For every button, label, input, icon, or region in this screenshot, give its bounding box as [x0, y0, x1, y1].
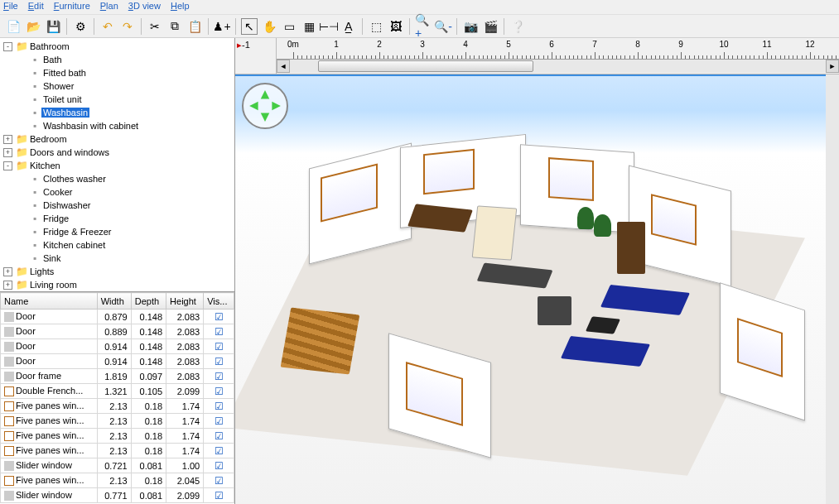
visibility-checkbox[interactable]: ☑	[215, 445, 224, 457]
column-header[interactable]: Depth	[131, 293, 166, 310]
select-tool-icon[interactable]: ↖	[241, 18, 258, 35]
table-row[interactable]: Five panes win...2.130.181.74☑	[1, 444, 234, 458]
visibility-checkbox[interactable]: ☑	[215, 326, 224, 338]
text-tool-icon[interactable]: A̲	[340, 18, 357, 35]
redo-icon[interactable]: ↷	[119, 18, 136, 35]
vertical-scrollbar[interactable]	[826, 74, 839, 504]
visibility-checkbox[interactable]: ☑	[215, 415, 224, 427]
scroll-right-icon[interactable]: ►	[826, 60, 839, 73]
tree-label: Kitchen	[28, 161, 62, 170]
room-tool-icon[interactable]: ▦	[301, 18, 317, 35]
visibility-checkbox[interactable]: ☑	[215, 475, 224, 487]
video-icon[interactable]: 🎬	[482, 18, 499, 35]
import-bg-icon[interactable]: 🖼	[388, 18, 404, 35]
zoom-out-icon[interactable]: 🔍-	[435, 18, 451, 35]
visibility-checkbox[interactable]: ☑	[215, 401, 224, 412]
object-icon: ▪	[28, 67, 41, 79]
table-row[interactable]: Five panes win...2.130.181.74☑	[1, 429, 234, 444]
tree-item[interactable]: ▪Sink	[2, 252, 233, 265]
plan-3d-icon[interactable]: ⬚	[368, 18, 384, 35]
visibility-checkbox[interactable]: ☑	[215, 490, 224, 502]
table-row[interactable]: Double French...1.3210.1052.099☑	[1, 384, 234, 399]
table-row[interactable]: Door frame1.8190.0972.083☑	[1, 369, 234, 384]
tree-item[interactable]: ▪Washbasin with cabinet	[2, 119, 233, 132]
undo-icon[interactable]: ↶	[99, 18, 116, 35]
view-rotate-compass[interactable]	[242, 83, 288, 129]
tree-item[interactable]: ▪Shower	[2, 79, 233, 93]
open-file-icon[interactable]: 📂	[25, 18, 41, 35]
object-icon: ▪	[28, 173, 41, 185]
visibility-checkbox[interactable]: ☑	[215, 371, 224, 382]
table-row[interactable]: Door0.9140.1482.083☑	[1, 354, 234, 369]
tree-item[interactable]: ▪Bath	[2, 53, 233, 66]
tree-item[interactable]: ▪Fridge	[2, 212, 233, 225]
copy-icon[interactable]: ⧉	[166, 18, 183, 35]
column-header[interactable]: Vis...	[204, 293, 234, 310]
help-icon[interactable]: ❔	[509, 18, 526, 35]
paste-icon[interactable]: 📋	[186, 18, 203, 35]
expand-icon[interactable]: +	[3, 267, 12, 276]
camera-icon[interactable]: 📷	[462, 18, 479, 35]
menu-3d-view[interactable]: 3D view	[128, 1, 161, 13]
visibility-checkbox[interactable]: ☑	[215, 356, 224, 367]
table-row[interactable]: Door0.8890.1482.083☑	[1, 324, 234, 339]
save-file-icon[interactable]: 💾	[45, 18, 61, 35]
scroll-left-icon[interactable]: ◄	[277, 60, 290, 73]
add-furniture-icon[interactable]: ♟+	[214, 18, 230, 35]
pan-tool-icon[interactable]: ✋	[261, 18, 277, 35]
tree-item[interactable]: -📁Bathroom	[2, 40, 233, 53]
preferences-icon[interactable]: ⚙	[72, 18, 89, 35]
tree-item[interactable]: ▪Cooker	[2, 185, 233, 199]
tree-item[interactable]: ▪Toilet unit	[2, 93, 233, 106]
tree-item[interactable]: ▪Kitchen cabinet	[2, 238, 233, 252]
tree-item[interactable]: ▪Fridge & Freezer	[2, 225, 233, 238]
visibility-checkbox[interactable]: ☑	[215, 460, 224, 472]
tree-item[interactable]: ▪Clothes washer	[2, 172, 233, 185]
tree-label: Washbasin	[41, 108, 89, 118]
visibility-checkbox[interactable]: ☑	[215, 386, 224, 397]
expand-icon[interactable]: +	[3, 281, 12, 290]
collapse-icon[interactable]: -	[3, 161, 12, 170]
menu-file[interactable]: File	[3, 1, 18, 13]
menu-plan[interactable]: Plan	[100, 1, 118, 13]
table-row[interactable]: Door0.8790.1482.083☑	[1, 310, 234, 324]
tree-item[interactable]: ▪Dishwasher	[2, 199, 233, 212]
tree-item[interactable]: +📁Living room	[2, 278, 233, 291]
wall-tool-icon[interactable]: ▭	[281, 18, 297, 35]
table-row[interactable]: Slider window0.7710.0812.099☑	[1, 488, 234, 503]
visibility-checkbox[interactable]: ☑	[215, 341, 224, 353]
column-header[interactable]: Width	[97, 293, 131, 310]
zoom-in-icon[interactable]: 🔍+	[415, 18, 432, 35]
table-row[interactable]: Five panes win...2.130.181.74☑	[1, 414, 234, 429]
3d-view-canvas[interactable]	[235, 74, 839, 504]
column-header[interactable]: Height	[166, 293, 204, 310]
column-header[interactable]: Name	[1, 293, 98, 310]
expand-icon[interactable]: +	[3, 135, 12, 144]
dimension-tool-icon[interactable]: ⊢⊣	[321, 18, 337, 35]
menu-edit[interactable]: Edit	[28, 1, 44, 13]
table-row[interactable]: Five panes win...2.130.181.74☑	[1, 399, 234, 414]
menu-help[interactable]: Help	[171, 1, 190, 13]
furniture-list[interactable]: NameWidthDepthHeightVis... Door0.8790.14…	[0, 291, 234, 504]
tree-item[interactable]: -📁Kitchen	[2, 159, 233, 172]
horizontal-scrollbar[interactable]: ◄ ►	[277, 60, 839, 73]
tree-item[interactable]: +📁Doors and windows	[2, 146, 233, 159]
cut-icon[interactable]: ✂	[147, 18, 163, 35]
visibility-checkbox[interactable]: ☑	[215, 430, 224, 442]
tree-item[interactable]: ▪Washbasin	[2, 106, 233, 119]
table-row[interactable]: Door0.9140.1482.083☑	[1, 339, 234, 354]
expand-icon[interactable]: +	[3, 148, 12, 157]
scroll-thumb[interactable]	[318, 60, 533, 72]
table-row[interactable]: Slider window0.7210.0811.00☑	[1, 458, 234, 473]
furniture-catalog-tree[interactable]: -📁Bathroom▪Bath▪Fitted bath▪Shower▪Toile…	[0, 38, 234, 291]
tree-label: Fridge	[41, 214, 70, 223]
tree-item[interactable]: ▪Fitted bath	[2, 66, 233, 79]
new-file-icon[interactable]: 📄	[5, 18, 22, 35]
visibility-checkbox[interactable]: ☑	[215, 311, 224, 323]
tree-item[interactable]: +📁Lights	[2, 265, 233, 278]
table-row[interactable]: Five panes win...2.130.182.045☑	[1, 473, 234, 488]
collapse-icon[interactable]: -	[3, 42, 12, 51]
row-icon	[4, 342, 14, 352]
tree-item[interactable]: +📁Bedroom	[2, 132, 233, 146]
menu-furniture[interactable]: Furniture	[54, 1, 90, 13]
